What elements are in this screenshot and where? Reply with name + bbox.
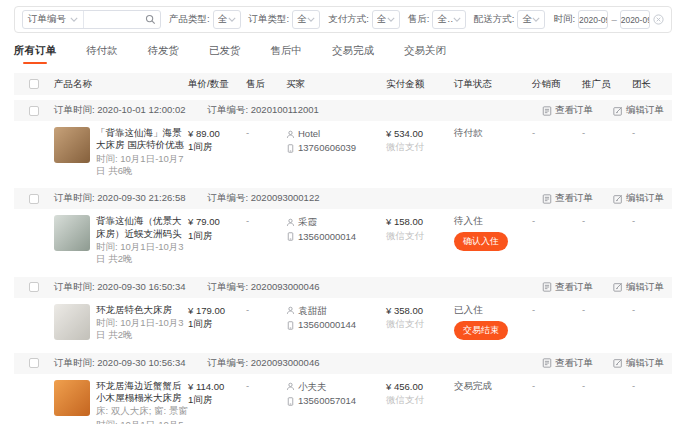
view-order-button[interactable]: 查看订单 (542, 104, 593, 117)
product-thumbnail (54, 215, 90, 251)
promoter-cell: - (582, 215, 632, 265)
phone-icon (286, 144, 295, 153)
order-status: 待入住 (454, 215, 532, 228)
order-status-tabs: 所有订单 待付款 待发货 已发货 售后中 交易完成 交易关闭 (14, 33, 672, 73)
order-search-group: 订单编号 (22, 10, 161, 29)
unit-price: ¥ 89.00 (188, 127, 246, 140)
order-row: 环龙居特色大床房 时间: 10月1日-10月3日 共2晚 ¥ 179.00 1间… (14, 298, 672, 348)
product-name: 背靠这仙海（优景大床房）近蜈支洲码头 (96, 215, 188, 240)
view-order-button[interactable]: 查看订单 (542, 357, 593, 370)
group-leader-cell: - (632, 215, 672, 265)
order-block: 订单时间: 2020-09-30 21:26:58 订单编号: 20200930… (14, 188, 672, 271)
status-action-button[interactable]: 确认入住 (454, 232, 508, 251)
edit-order-button[interactable]: 编辑订单 (613, 357, 664, 370)
order-status: 待付款 (454, 127, 532, 140)
product-date-range: 时间: 10月1日-10月5日 共4晚 (96, 419, 188, 424)
buyer-phone: 13760606039 (298, 141, 356, 155)
order-tab[interactable]: 待发货 (148, 44, 180, 64)
date-range-separator: – (611, 14, 616, 25)
filter-select[interactable]: 全部 (292, 10, 320, 29)
order-tab[interactable]: 待付款 (86, 44, 118, 64)
price-qty-cell: ¥ 179.00 1间房 (188, 304, 246, 342)
date-from-input[interactable] (579, 15, 607, 25)
status-action-button[interactable]: 交易结束 (454, 321, 508, 340)
product-date-range: 时间: 10月1日-10月3日 共2晚 (96, 317, 188, 342)
product-name: 环龙居海边近蟹蟹后小木屋榻榻米大床房 (96, 380, 188, 405)
order-tab[interactable]: 交易完成 (332, 44, 374, 64)
buyer-name: Hotel (298, 127, 320, 141)
view-order-icon (542, 194, 552, 204)
order-row: 背靠这仙海（优景大床房）近蜈支洲码头 时间: 10月1日-10月3日 共2晚 ¥… (14, 209, 672, 271)
clear-date-icon[interactable] (653, 14, 664, 25)
edit-order-icon (613, 358, 623, 368)
payment-method: 微信支付 (386, 393, 454, 406)
payment-method: 微信支付 (386, 140, 454, 153)
row-checkbox[interactable] (29, 358, 39, 368)
filter-select[interactable]: 全部 (517, 10, 545, 29)
chevron-down-icon (387, 17, 395, 22)
order-tab[interactable]: 已发货 (209, 44, 241, 64)
select-all-checkbox[interactable] (29, 79, 39, 89)
filter-label: 售后: (408, 13, 430, 26)
search-input[interactable] (88, 14, 145, 25)
group-leader-cell: - (632, 127, 672, 177)
order-status: 已入住 (454, 304, 532, 317)
amount-cell: ¥ 456.00 微信支付 (386, 380, 454, 424)
edit-order-button[interactable]: 编辑订单 (613, 192, 664, 205)
paid-amount: ¥ 456.00 (386, 380, 454, 393)
order-time: 订单时间: 2020-09-30 16:50:34 (54, 281, 186, 294)
order-number: 订单编号: 2020100112001 (208, 104, 319, 117)
phone-icon (286, 321, 295, 330)
order-tab[interactable]: 交易关闭 (404, 44, 446, 64)
column-header: 团长 (632, 78, 672, 91)
price-qty-cell: ¥ 89.00 1间房 (188, 127, 246, 177)
filter-item: 支付方式: 全部 (328, 10, 400, 29)
date-to-box[interactable] (620, 10, 650, 29)
unit-price: ¥ 179.00 (188, 304, 246, 317)
payment-method: 微信支付 (386, 229, 454, 242)
product-name: 「背靠这仙海」海景大床房 国庆特价优惠 (96, 127, 188, 152)
column-header: 推广员 (582, 78, 632, 91)
view-order-button[interactable]: 查看订单 (542, 281, 593, 294)
row-checkbox[interactable] (29, 194, 39, 204)
view-order-button[interactable]: 查看订单 (542, 192, 593, 205)
search-icon[interactable] (145, 14, 156, 25)
buyer-phone: 13560000144 (298, 318, 356, 332)
chevron-down-icon (228, 17, 236, 22)
product-thumbnail (54, 127, 90, 163)
room-qty: 1间房 (188, 317, 246, 330)
column-header: 分销商 (532, 78, 582, 91)
amount-cell: ¥ 158.00 微信支付 (386, 215, 454, 265)
chevron-down-icon (307, 17, 315, 22)
product-date-range: 时间: 10月1日-10月7日 共6晚 (96, 153, 188, 178)
amount-cell: ¥ 358.00 微信支付 (386, 304, 454, 342)
distributor-cell: - (532, 127, 582, 177)
order-tab[interactable]: 售后中 (271, 44, 303, 64)
filter-select[interactable]: 全部 (432, 10, 465, 29)
date-from-box[interactable] (578, 10, 608, 29)
column-header: 买家 (286, 78, 386, 91)
filter-select[interactable]: 全部 (213, 10, 241, 29)
search-type-select[interactable]: 订单编号 (23, 11, 84, 28)
payment-method: 微信支付 (386, 317, 454, 330)
product-date-range: 时间: 10月1日-10月3日 共2晚 (96, 241, 188, 266)
paid-amount: ¥ 534.00 (386, 127, 454, 140)
order-tab[interactable]: 所有订单 (14, 44, 56, 64)
phone-icon (286, 232, 295, 241)
edit-order-button[interactable]: 编辑订单 (613, 281, 664, 294)
buyer-name: 袁甜甜 (298, 304, 327, 318)
product-name: 环龙居特色大床房 (96, 304, 188, 316)
row-checkbox[interactable] (29, 106, 39, 116)
edit-order-button[interactable]: 编辑订单 (613, 104, 664, 117)
product-specs: 床: 双人大床; 窗: 景窗 (96, 405, 188, 417)
order-row: 「背靠这仙海」海景大床房 国庆特价优惠 时间: 10月1日-10月7日 共6晚 … (14, 121, 672, 183)
row-checkbox[interactable] (29, 282, 39, 292)
promoter-cell: - (582, 380, 632, 424)
filter-select[interactable]: 全部 (372, 10, 400, 29)
unit-price: ¥ 79.00 (188, 215, 246, 228)
table-header: 产品名称 单价/数量 售后 买家 实付金额 订单状态 分销商 推广员 团长 (14, 73, 672, 95)
order-list: 订单时间: 2020-10-01 12:00:02 订单编号: 20201001… (14, 100, 672, 424)
date-to-input[interactable] (621, 15, 649, 25)
filter-label: 订单类型: (249, 13, 290, 26)
order-management-page: 订单编号 产品类型: 全部 订单类型: 全部 (0, 0, 686, 424)
